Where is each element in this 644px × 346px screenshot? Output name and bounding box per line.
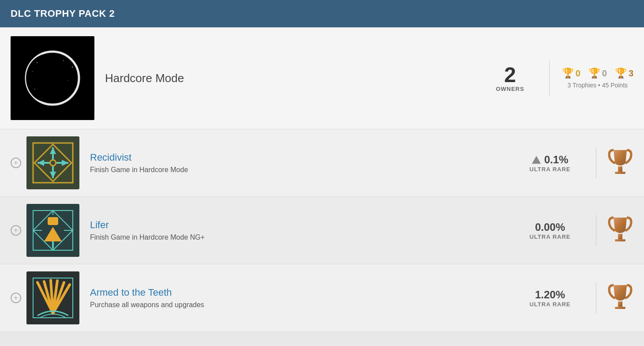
trophy-rarity-armed: 1.20% ULTRA RARE <box>515 289 585 308</box>
trophy-rarity-recidivist: 0.1% ULTRA RARE <box>515 154 585 173</box>
svg-rect-34 <box>618 234 622 239</box>
trophy-desc-armed: Purchase all weapons and upgrades <box>90 301 515 309</box>
svg-rect-46 <box>618 301 622 307</box>
owners-label: OWNERS <box>496 86 524 92</box>
svg-rect-35 <box>615 239 625 241</box>
trophy-info-armed: Armed to the Teeth Purchase all weapons … <box>90 287 515 309</box>
trophy-name-armed[interactable]: Armed to the Teeth <box>90 287 515 298</box>
svg-point-7 <box>74 89 75 89</box>
bronze-trophy-icon: 🏆 <box>615 68 627 79</box>
page-title: DLC TROPHY PACK 2 <box>11 8 115 19</box>
page-header: DLC TROPHY PACK 2 <box>0 0 644 27</box>
divider <box>596 147 596 178</box>
svg-point-5 <box>67 80 68 81</box>
bronze-count: 3 <box>629 68 633 79</box>
trophy-rarity-lifer: 0.00% ULTRA RARE <box>515 221 585 240</box>
list-item: + Lifer Finish Game in Har <box>0 197 644 264</box>
rarity-pct-armed: 1.20% <box>515 289 585 301</box>
svg-point-6 <box>63 60 64 61</box>
svg-rect-26 <box>48 217 58 225</box>
rarity-pct-recidivist: 0.1% <box>515 154 585 166</box>
trophy-name-lifer[interactable]: Lifer <box>90 219 515 231</box>
svg-point-21 <box>51 161 55 165</box>
add-button-lifer[interactable]: + <box>11 225 21 236</box>
trophy-thumb-lifer <box>26 204 79 257</box>
owners-count: 2 <box>496 64 524 86</box>
svg-rect-47 <box>615 307 625 309</box>
list-item: + <box>0 264 644 332</box>
trophies-summary: 3 Trophies • 45 Points <box>562 82 633 89</box>
game-title: Hardcore Mode <box>105 71 485 85</box>
trophy-info-lifer: Lifer Finish Game in Hardcore Mode NG+ <box>90 219 515 241</box>
main-card: Hardcore Mode 2 OWNERS 🏆 0 🏆 0 🏆 3 <box>0 27 644 129</box>
svg-point-8 <box>34 89 35 90</box>
trophy-cup-recidivist <box>607 148 633 178</box>
svg-point-3 <box>32 71 33 72</box>
trophy-desc-lifer: Finish Game in Hardcore Mode NG+ <box>90 233 515 241</box>
stats-divider <box>549 60 550 96</box>
add-button-armed[interactable]: + <box>11 293 21 303</box>
owners-block: 2 OWNERS <box>496 64 537 92</box>
trophy-silver-item: 🏆 0 <box>588 68 607 79</box>
trophy-bronze-item: 🏆 3 <box>615 68 633 79</box>
svg-rect-22 <box>618 166 622 172</box>
trophy-gold-item: 🏆 0 <box>562 68 580 79</box>
silver-trophy-icon: 🏆 <box>588 68 600 79</box>
trophy-list: + Recidivist Finish Game i <box>0 129 644 332</box>
trophy-desc-recidivist: Finish Game in Hardcore Mode <box>90 166 515 174</box>
divider <box>596 215 596 246</box>
trophy-cup-lifer <box>607 215 633 246</box>
trophy-cup-armed <box>607 283 633 313</box>
triangle-icon <box>532 156 541 164</box>
svg-point-9 <box>41 98 42 98</box>
rarity-label-armed: ULTRA RARE <box>515 301 585 308</box>
trophy-name-recidivist[interactable]: Recidivist <box>90 152 515 163</box>
silver-count: 0 <box>602 68 607 79</box>
rarity-label-recidivist: ULTRA RARE <box>515 166 585 173</box>
gold-trophy-icon: 🏆 <box>562 68 574 79</box>
rarity-label-lifer: ULTRA RARE <box>515 233 585 240</box>
trophy-info-recidivist: Recidivist Finish Game in Hardcore Mode <box>90 152 515 174</box>
svg-point-1 <box>26 54 70 102</box>
svg-point-2 <box>37 62 37 63</box>
game-image <box>11 36 94 120</box>
svg-point-10 <box>70 98 70 98</box>
stats-section: 2 OWNERS 🏆 0 🏆 0 🏆 3 3 Trophies <box>496 60 633 96</box>
trophy-thumb-recidivist <box>26 136 79 189</box>
svg-point-4 <box>72 67 73 68</box>
gold-count: 0 <box>576 68 580 79</box>
trophies-block: 🏆 0 🏆 0 🏆 3 3 Trophies • 45 Points <box>562 68 633 89</box>
list-item: + Recidivist Finish Game i <box>0 129 644 197</box>
svg-rect-23 <box>615 172 625 174</box>
add-button-recidivist[interactable]: + <box>11 158 21 168</box>
trophy-counts: 🏆 0 🏆 0 🏆 3 <box>562 68 633 79</box>
trophy-thumb-armed <box>26 271 79 324</box>
rarity-pct-lifer: 0.00% <box>515 221 585 233</box>
divider <box>596 282 596 313</box>
